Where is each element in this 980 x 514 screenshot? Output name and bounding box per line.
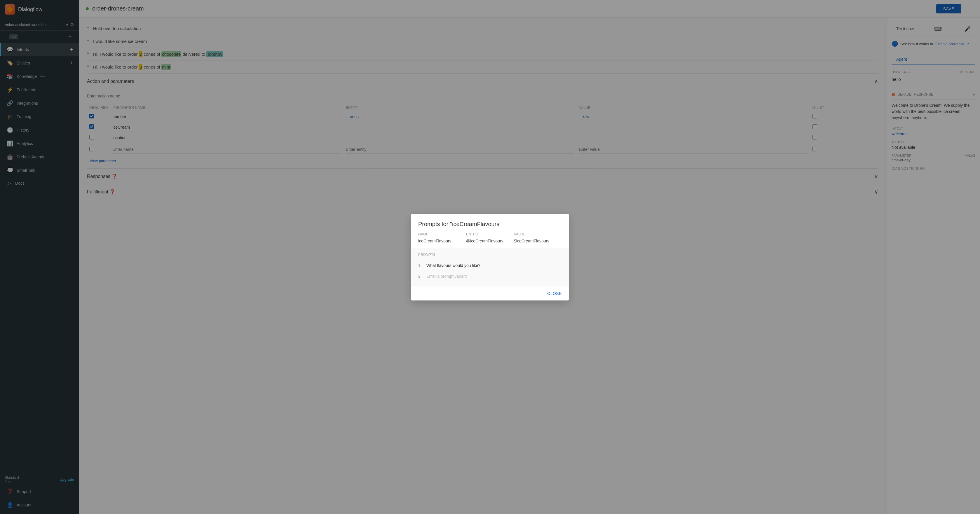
entity-col-label: ENTITY bbox=[466, 232, 514, 236]
prompt-num-2: 2 bbox=[418, 274, 423, 279]
prompt-row-2: 2 bbox=[418, 271, 562, 282]
prompt-num-1: 1 bbox=[418, 263, 423, 268]
dialog-prompts-area: PROMPTS 1 2 bbox=[411, 248, 569, 286]
dialog-value-col: VALUE $iceCreamFlavours bbox=[514, 232, 562, 243]
dialog-title: Prompts for "iceCreamFlavours" bbox=[411, 214, 569, 232]
dialog-entity-col: ENTITY @iceCreamFlavours bbox=[466, 232, 514, 243]
prompt-input-1[interactable] bbox=[426, 262, 562, 269]
prompt-input-2[interactable] bbox=[426, 273, 562, 280]
dialog-actions: CLOSE bbox=[411, 286, 569, 300]
value-col-label: VALUE bbox=[514, 232, 562, 236]
value-col-value: $iceCreamFlavours bbox=[514, 239, 562, 243]
prompts-dialog: Prompts for "iceCreamFlavours" NAME iceC… bbox=[411, 214, 569, 300]
dialog-columns: NAME iceCreamFlavours ENTITY @iceCreamFl… bbox=[411, 232, 569, 243]
name-col-label: NAME bbox=[418, 232, 466, 236]
entity-col-value: @iceCreamFlavours bbox=[466, 239, 514, 243]
prompt-row-1: 1 bbox=[418, 260, 562, 271]
dialog-name-col: NAME iceCreamFlavours bbox=[418, 232, 466, 243]
prompts-label: PROMPTS bbox=[418, 252, 562, 257]
dialog-overlay: Prompts for "iceCreamFlavours" NAME iceC… bbox=[0, 0, 980, 514]
dialog-close-button[interactable]: CLOSE bbox=[547, 291, 562, 296]
name-col-value: iceCreamFlavours bbox=[418, 239, 466, 243]
